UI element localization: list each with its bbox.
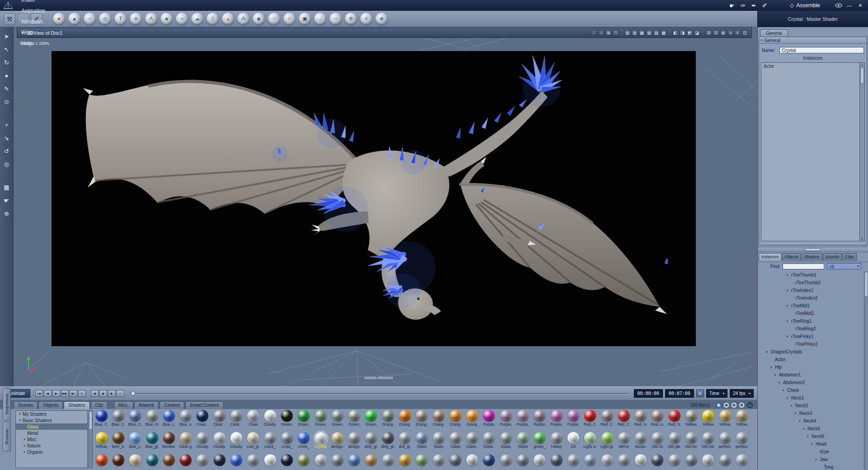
shader-swatch-dirty-gl[interactable]: dirty_gl. [380,432,396,449]
flat-mode-icon[interactable]: ▦ [639,30,645,36]
find-filter-dropdown[interactable]: All ▾ [827,263,861,269]
shader-swatch[interactable] [211,454,228,466]
insert-bone-icon[interactable]: # [360,13,372,25]
hand-nav-icon[interactable]: ☛ [727,1,737,9]
recent-files-icon[interactable] [747,402,753,408]
find-input[interactable] [783,263,824,269]
loop-button[interactable]: ⊙ [78,390,86,397]
category-basic-shaders[interactable]: ▾Basic Shaders [16,417,87,423]
magnet-tool[interactable]: ⊙ [2,97,12,107]
shader-swatch-purple[interactable]: Purple, [565,410,582,427]
shader-swatch-orang[interactable]: Orang. [447,410,464,427]
category-organic[interactable]: ▸Organic [16,449,87,455]
shader-swatch-light-cr[interactable]: Light cr. [582,432,599,449]
thumb-size-small-toggle[interactable] [716,403,721,408]
expand-arrow-icon[interactable]: ▾ [18,418,23,422]
insert-vertex-model-icon[interactable]: ▲ [68,13,80,25]
shader-swatch-blue-h[interactable]: Blue, H. [144,410,160,427]
tree-item-rtoemid2[interactable]: rToeMid2 [758,310,864,317]
prev-key-button[interactable]: ◀ [91,390,99,397]
tree-item-abdomen2[interactable]: ▾Abdomen2 [758,379,864,386]
menu-animation[interactable]: Animation [16,5,50,16]
insert-fire-icon[interactable]: ▴ [222,13,234,25]
shader-swatch-green[interactable]: Green, [278,410,295,427]
instances-scrollbar[interactable]: ▲ ▼ [859,63,864,241]
rotate-view-tool[interactable]: ↻ [2,58,12,67]
shader-swatch[interactable] [531,454,548,466]
scrubber-handle[interactable] [130,390,136,396]
shader-swatch-orang[interactable]: Orang. [430,410,447,427]
shader-swatch-yellow[interactable]: Yellow, [683,410,699,427]
shader-swatch-purple[interactable]: Purple, [481,410,497,427]
expand-arrow-icon[interactable]: ▾ [815,458,820,461]
panel-toggle-icon[interactable]: ◫ [742,30,748,36]
insert-ocean-icon[interactable]: ≈ [176,13,188,25]
backdrop-toggle-icon[interactable]: ◪ [694,30,700,36]
expand-arrow-icon[interactable]: ▸ [22,444,27,447]
panel-splitter[interactable] [758,247,868,252]
viewport-titlebar[interactable]: ✦ 3DView of Doc1 ·∘⊞□▤▥▦▧▨▩◧◨◩◪⊟⊡◍◑◐◫ [17,28,752,38]
shader-swatch-perfect[interactable]: perfect. [717,432,733,449]
shader-swatch[interactable] [177,454,194,466]
expand-arrow-icon[interactable]: ▾ [795,412,799,415]
shader-swatch-cloudy[interactable]: Cloudy. [194,432,211,449]
shader-swatch[interactable] [514,454,531,466]
shader-swatch[interactable] [565,454,582,466]
end-time-field[interactable]: 00:07:00 [665,389,694,398]
key-options-button[interactable]: ◇ [117,390,124,397]
shader-swatch-clear-g[interactable]: Clear g. [177,432,194,449]
insert-cloud-icon[interactable]: ☁ [191,13,203,25]
eye-icon[interactable] [835,2,843,9]
shader-swatch-blue-l[interactable]: Blue, L. [160,410,177,427]
timeline-close-button[interactable]: ✕ [696,390,704,397]
shader-swatch-blue-c[interactable]: Blue, C. [93,410,110,427]
shader-swatch-green[interactable]: Green, [346,410,362,427]
shader-swatch-cross[interactable]: cross_ [278,432,295,449]
tree-item-neck2[interactable]: ▾Neck2 [758,402,864,409]
shader-swatch-purple[interactable]: Purple, [497,410,514,427]
shader-swatch-glass[interactable]: Glass, [497,432,514,449]
shader-swatch[interactable] [312,454,329,466]
shader-swatch-design[interactable]: design. [346,432,362,449]
tab-misc[interactable]: Misc. [114,401,133,409]
expand-arrow-icon[interactable]: ▾ [787,273,791,277]
expand-arrow-icon[interactable]: ▾ [779,381,783,385]
hotpoint-tool[interactable]: ◎ [2,160,12,169]
shader-swatch-green[interactable]: Green, [312,410,329,427]
insert-replicator-icon[interactable]: ∷ [268,13,280,25]
tab-objects[interactable]: Objects [38,401,63,409]
shader-swatch-old-gl[interactable]: Old Gl. [649,432,666,449]
shader-swatch[interactable] [447,454,464,466]
shader-swatch-beer-b[interactable]: beer_b. [110,432,127,449]
shader-swatch-yellow[interactable]: Yellow, [700,410,717,427]
sphere-of-attraction-tool[interactable]: ● [2,71,12,80]
tree-item-neck4[interactable]: ▾Neck4 [758,417,864,425]
select-tool[interactable]: ➤ [2,32,12,41]
tab-content[interactable]: Content [160,401,184,409]
expand-arrow-icon[interactable]: ▾ [787,320,791,323]
scale-tool[interactable]: ⇘ [2,133,12,143]
tree-item-rtoeindex1[interactable]: ▾rToeIndex1 [758,287,864,294]
shader-swatch-light-gl[interactable]: Light gl. [599,432,615,449]
expand-arrow-icon[interactable]: ▾ [766,350,771,354]
shader-swatch-glass[interactable]: Glass . [464,432,481,449]
view-grid-icon[interactable]: ⊞ [605,30,611,36]
shader-swatch[interactable] [93,454,110,466]
gouraud-mode-icon[interactable]: ▧ [646,30,652,36]
tree-item-rtoethumb1[interactable]: ▾rToeThumb1 [758,271,864,279]
prev-frame-button[interactable]: ◀ [44,390,52,397]
view-select-icon[interactable]: · [591,30,597,36]
shader-swatch-orang[interactable]: Orang. [464,410,481,427]
tab-shaders[interactable]: Shaders [64,401,89,409]
shader-swatch-green[interactable]: green_ [531,432,548,449]
shader-swatch[interactable] [346,454,362,466]
category-my-shaders[interactable]: ▸My Shaders [16,411,87,417]
expand-arrow-icon[interactable]: ▸ [22,450,27,454]
shader-swatch[interactable] [380,454,396,466]
shader-swatch[interactable] [413,454,430,466]
shader-swatch[interactable] [144,454,160,466]
shader-swatch-orang[interactable]: Orang. [380,410,396,427]
shader-swatch[interactable] [363,454,380,466]
insert-metaball-icon[interactable]: ◎ [99,13,111,25]
shader-swatch-orang[interactable]: Orang. [396,410,413,427]
